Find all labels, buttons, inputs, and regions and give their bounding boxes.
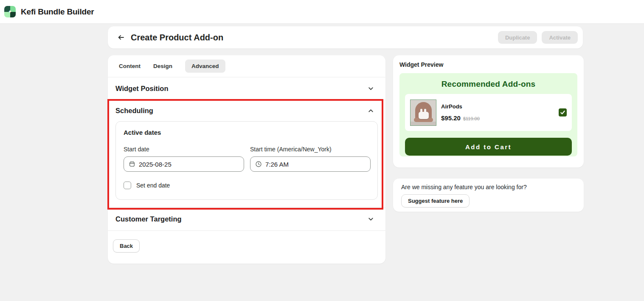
duplicate-button[interactable]: Duplicate — [498, 31, 537, 44]
start-date-label: Start date — [124, 146, 244, 153]
add-to-cart-button[interactable]: Add to Cart — [405, 138, 572, 156]
product-info: AirPods $95.20 $119.00 — [441, 103, 480, 122]
product-price: $95.20 — [441, 114, 461, 122]
product-image — [410, 99, 436, 126]
widget-preview-card: Widget Preview Recommended Add-ons AirPo… — [393, 55, 584, 168]
section-scheduling: Scheduling Active dates Start date 2025-… — [108, 100, 385, 208]
back-button[interactable]: Back — [113, 239, 140, 253]
section-widget-position[interactable]: Widget Position — [108, 77, 385, 100]
chevron-down-icon — [367, 85, 374, 92]
section-title: Customer Targeting — [115, 215, 182, 223]
app-logo-icon: ✦ — [4, 6, 16, 17]
page-header: Create Product Add-on Duplicate Activate — [108, 26, 583, 48]
check-icon — [560, 110, 565, 115]
product-selected-checkbox[interactable] — [559, 108, 567, 116]
scheduling-body: Active dates Start date 2025-08-25 Start… — [108, 121, 385, 208]
start-time-input[interactable]: 7:26 AM — [250, 156, 371, 172]
tab-content[interactable]: Content — [119, 63, 141, 69]
widget-preview-title: Widget Preview — [399, 61, 577, 68]
back-arrow-button[interactable] — [115, 31, 127, 44]
chevron-down-icon — [367, 216, 374, 223]
topbar: ✦ Kefi Bundle Builder — [0, 0, 644, 24]
section-title: Scheduling — [115, 107, 153, 115]
feature-question: Are we missing any feature you are looki… — [401, 184, 576, 190]
chevron-up-icon — [367, 107, 374, 114]
product-compare-price: $119.00 — [463, 116, 480, 121]
set-end-date-label: Set end date — [136, 182, 170, 189]
start-time-value: 7:26 AM — [265, 161, 289, 168]
set-end-date-row: Set end date — [124, 182, 370, 189]
start-time-field: Start time (America/New_York) 7:26 AM — [250, 146, 371, 172]
product-row: AirPods $95.20 $119.00 — [405, 94, 572, 131]
settings-card: Content Design Advanced Widget Position … — [108, 55, 385, 264]
tab-bar: Content Design Advanced — [108, 55, 385, 77]
section-scheduling-header[interactable]: Scheduling — [108, 100, 385, 121]
widget-preview-body: Recommended Add-ons AirPods $95.20 $119.… — [399, 73, 577, 156]
feature-suggestion-card: Are we missing any feature you are looki… — [393, 179, 584, 212]
tab-design[interactable]: Design — [153, 63, 172, 69]
section-title: Widget Position — [115, 85, 169, 93]
recommended-addons-heading: Recommended Add-ons — [405, 80, 572, 89]
suggest-feature-button[interactable]: Suggest feature here — [401, 194, 470, 207]
product-name: AirPods — [441, 103, 480, 110]
start-date-field: Start date 2025-08-25 — [124, 146, 244, 172]
start-date-value: 2025-08-25 — [139, 161, 172, 168]
sparkle-icon: ✦ — [4, 6, 16, 17]
activate-button[interactable]: Activate — [542, 31, 578, 44]
clock-icon — [255, 161, 262, 168]
tab-advanced[interactable]: Advanced — [185, 60, 225, 73]
app-title: Kefi Bundle Builder — [21, 7, 94, 17]
footer-actions: Back — [108, 231, 385, 261]
start-date-input[interactable]: 2025-08-25 — [124, 156, 244, 172]
set-end-date-checkbox[interactable] — [124, 182, 131, 189]
active-dates-card: Active dates Start date 2025-08-25 Start… — [115, 121, 378, 200]
section-customer-targeting[interactable]: Customer Targeting — [108, 208, 385, 231]
calendar-icon — [129, 161, 135, 168]
start-time-label: Start time (America/New_York) — [250, 146, 371, 153]
active-dates-title: Active dates — [124, 129, 370, 136]
arrow-left-icon — [117, 34, 125, 41]
page-title: Create Product Add-on — [131, 33, 223, 43]
